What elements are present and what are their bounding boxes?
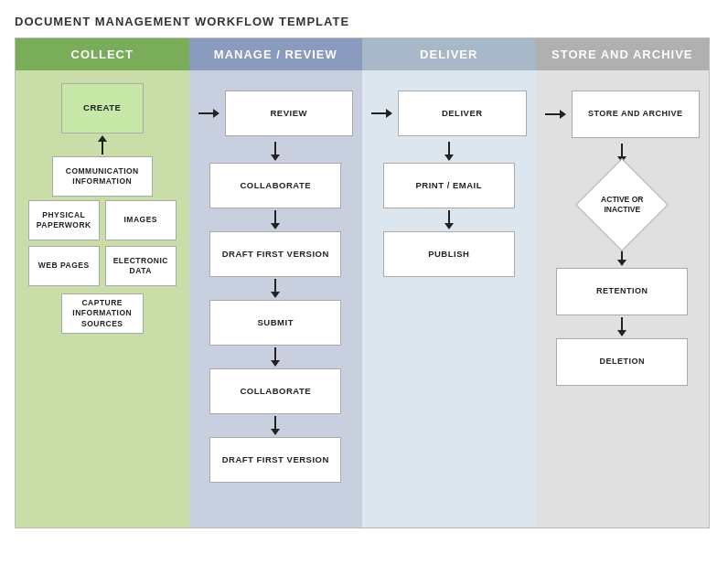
- publish-box: PUBLISH: [383, 231, 515, 277]
- webpages-box: WEB PAGES: [28, 246, 100, 286]
- submit-box: SUBMIT: [209, 300, 341, 346]
- printemail-box: PRINT / EMAIL: [383, 163, 515, 208]
- deliver-box: DELIVER: [398, 91, 527, 136]
- arrow-down-s3: [617, 317, 626, 336]
- collaborate1-box: COLLABORATE: [209, 163, 341, 208]
- store-column: STORE AND ARCHIVE ACTIVE OR INACTIVE RET…: [536, 70, 710, 528]
- active-diamond-container: ACTIVE OR INACTIVE: [585, 168, 658, 241]
- electronic-box: ELECTRONIC DATA: [105, 246, 177, 286]
- draft1-box: DRAFT FIRST VERSION: [209, 231, 341, 277]
- workflow-container: COLLECT MANAGE / REVIEW DELIVER STORE AN…: [15, 37, 710, 528]
- comm-info-box: COMMUNICATION INFORMATION: [52, 156, 153, 197]
- images-box: IMAGES: [105, 200, 177, 240]
- header-manage: MANAGE / REVIEW: [189, 38, 363, 70]
- arrow-down-5: [271, 416, 280, 435]
- capture-box: CAPTURE INFORMATION SOURCES: [61, 293, 144, 334]
- deliver-column: DELIVER PRINT / EMAIL PUBLISH: [362, 70, 536, 528]
- arrow-into-store: [545, 110, 566, 119]
- active-diamond-text: ACTIVE OR INACTIVE: [585, 195, 658, 215]
- header-store: STORE AND ARCHIVE: [536, 38, 710, 70]
- arrow-down-d2: [444, 210, 454, 229]
- retention-box: RETENTION: [556, 268, 688, 315]
- deletion-box: DELETION: [556, 338, 688, 386]
- arrow-down-2: [271, 210, 280, 229]
- arrow-down-1: [271, 142, 280, 161]
- arrow-down-4: [271, 347, 280, 367]
- arrow-into-deliver: [371, 109, 392, 118]
- up-arrow-create: [98, 135, 107, 155]
- collect-column: CREATE COMMUNICATION INFORMATION PHYSICA…: [16, 70, 189, 528]
- arrow-into-review: [198, 109, 219, 118]
- body-row: CREATE COMMUNICATION INFORMATION PHYSICA…: [16, 70, 709, 528]
- review-box: REVIEW: [225, 91, 354, 136]
- draft2-box: DRAFT FIRST VERSION: [209, 437, 341, 483]
- physical-box: PHYSICAL PAPERWORK: [28, 200, 100, 240]
- arrow-down-3: [271, 279, 280, 298]
- header-deliver: DELIVER: [362, 38, 536, 70]
- header-row: COLLECT MANAGE / REVIEW DELIVER STORE AN…: [16, 38, 709, 70]
- arrow-down-d1: [444, 142, 454, 161]
- manage-column: REVIEW COLLABORATE DRAFT FIRST VERSION S…: [189, 70, 363, 528]
- header-collect: COLLECT: [16, 38, 189, 70]
- create-box: CREATE: [61, 83, 144, 133]
- collaborate2-box: COLLABORATE: [209, 368, 341, 414]
- page-title: DOCUMENT MANAGEMENT WORKFLOW TEMPLATE: [15, 15, 713, 28]
- store-box: STORE AND ARCHIVE: [572, 91, 701, 138]
